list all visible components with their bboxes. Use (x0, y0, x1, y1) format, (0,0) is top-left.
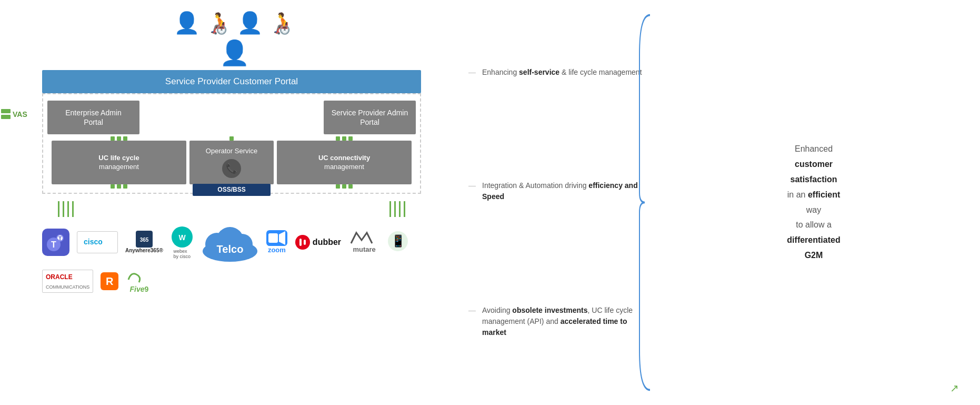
five9-icon (126, 269, 152, 285)
right-line-6: way (806, 205, 821, 214)
mutare-text: mutare (353, 245, 375, 253)
dubber-text: dubber (313, 238, 341, 247)
g-line-5 (389, 201, 391, 217)
svg-text:cisco: cisco (84, 238, 103, 246)
person-icon-3: 👤 (237, 11, 263, 35)
benefit-item-3: — Avoiding obsolete investments, UC life… (468, 305, 647, 338)
cisco-icon: cisco (82, 234, 113, 249)
teams-logo-item: T T (42, 229, 69, 256)
svg-text:Telco: Telco (216, 243, 243, 255)
person-icon-1: 👤 (174, 11, 200, 35)
uc-lifecycle-bottom-connectors (111, 184, 127, 189)
green-lines-area (42, 201, 421, 220)
benefit-text-2: Integration & Automation driving efficie… (482, 180, 647, 202)
g-line-7 (399, 201, 401, 217)
anywhere365-text: Anywhere365® (125, 248, 163, 253)
svg-rect-21 (304, 240, 306, 245)
portal-row: Enterprise AdminPortal Service Provider … (47, 98, 416, 139)
right-line-4: in an (787, 190, 806, 199)
svg-text:W: W (178, 233, 186, 242)
cisco-box: cisco (77, 231, 118, 253)
benefit-bold-2: efficiency and Speed (482, 181, 638, 201)
telco-cloud-shape: Telco (201, 222, 259, 262)
customer-portal-bar: Service Provider Customer Portal (42, 70, 421, 93)
oss-bss-bar: OSS/BSS (193, 184, 271, 196)
right-bold-satisfaction: satisfaction (791, 175, 837, 184)
benefits-area: — Enhancing self-service & life cycle ma… (458, 5, 647, 400)
bracket-svg (637, 5, 653, 400)
benefit-text-3: Avoiding obsolete investments, UC life c… (482, 305, 647, 338)
uc-conn-top-connectors (336, 136, 353, 141)
tab-conn-2 (117, 136, 121, 141)
oracle-box: ORACLE COMMUNICATIONS (42, 270, 93, 293)
vas-text: VAS (13, 110, 27, 118)
phone-symbol: 📞 (226, 163, 237, 175)
operator-top-connectors (229, 136, 234, 141)
g-line-8 (404, 201, 405, 217)
right-g2m: G2M (805, 251, 823, 260)
vas-bars (1, 109, 11, 119)
dubber-logo-item: dubber (295, 234, 341, 250)
uc-conn-tab-b3 (348, 184, 353, 189)
zoom-icon (266, 230, 287, 246)
telco-cloud-svg: Telco (201, 222, 259, 262)
operator-service-module: Operator Service 📞 OSS/BSS (189, 141, 274, 184)
teams-icon: T T (42, 229, 69, 256)
ringcentral-logo-item: R (101, 272, 118, 290)
main-container: 👤 🧑‍🦽 👤 🧑‍🦽 👤 Service Provider Customer … (0, 0, 980, 405)
right-line-7: to allow a (796, 220, 832, 229)
people-icons: 👤 🧑‍🦽 👤 🧑‍🦽 (21, 11, 447, 35)
svg-text:📱: 📱 (391, 234, 406, 248)
person-icon-4: 🧑‍🦽 (268, 11, 295, 35)
sp-admin-portal: Service Provider AdminPortal (324, 101, 416, 134)
anywhere365-logo-item: 365 Anywhere365® (125, 231, 163, 253)
sp-admin-label: Service Provider AdminPortal (332, 108, 408, 127)
uc-conn-tab-1 (336, 136, 340, 141)
g-line-6 (394, 201, 396, 217)
tab-conn-3 (123, 136, 127, 141)
benefit-item-1: — Enhancing self-service & life cycle ma… (468, 67, 647, 78)
green-arrow-icon: ↗ (950, 382, 959, 394)
tab-conn-b3 (123, 184, 127, 189)
anywhere365-icon: 365 (136, 231, 153, 248)
zoom-logo-item: zoom (266, 230, 287, 254)
five9-logo-item: Five9 (126, 269, 152, 293)
svg-point-19 (295, 235, 310, 250)
green-lines-left (58, 201, 74, 217)
webex-icon: W (171, 225, 194, 249)
cisco-logo-item: cisco (77, 231, 118, 253)
tab-conn-1 (111, 136, 115, 141)
uc-conn-bottom-connectors (336, 184, 353, 189)
benefit-bold-3b: accelerated time to market (482, 317, 627, 337)
svg-rect-20 (299, 239, 302, 246)
enterprise-admin-portal: Enterprise AdminPortal (47, 101, 139, 134)
tab-conn-b2 (117, 184, 121, 189)
right-differentiated: differentiated (787, 235, 840, 244)
uc-conn-tab-b2 (342, 184, 346, 189)
benefit-bold-1: self-service (519, 68, 559, 76)
oracle-sub-text: COMMUNICATIONS (46, 284, 89, 290)
phone-icon: 📞 (222, 159, 241, 178)
five9-text: Five9 (129, 285, 148, 293)
uc-conn-tab-2 (342, 136, 346, 141)
right-text: Enhanced customer satisfaction in an eff… (787, 142, 840, 263)
oracle-logo-item: ORACLE COMMUNICATIONS (42, 270, 93, 293)
enterprise-portal-label: Enterprise AdminPortal (65, 108, 122, 127)
operator-service-label: Operator Service (206, 147, 257, 156)
uc-lifecycle-label: UC life cyclemanagement (98, 154, 139, 172)
benefit-arrow-3: — (468, 305, 476, 316)
diagram-area: 👤 🧑‍🦽 👤 🧑‍🦽 👤 Service Provider Customer … (0, 5, 458, 400)
right-bold-efficient: efficient (808, 190, 840, 199)
benefit-text-1: Enhancing self-service & life cycle mana… (482, 67, 642, 78)
g-line-4 (72, 201, 74, 217)
ringcentral-icon: R (101, 272, 118, 290)
telco-cloud-item: Telco (201, 222, 259, 262)
svg-rect-18 (268, 233, 278, 243)
g-line-1 (58, 201, 59, 217)
benefit-bold-3a: obsolete investments (512, 306, 587, 314)
right-column: Enhanced customer satisfaction in an eff… (647, 5, 980, 400)
zoom-text: zoom (268, 246, 286, 254)
green-lines-right (389, 201, 405, 217)
right-bold-1: customer satisfaction (791, 160, 837, 184)
uc-lifecycle-top-connectors (111, 136, 127, 141)
